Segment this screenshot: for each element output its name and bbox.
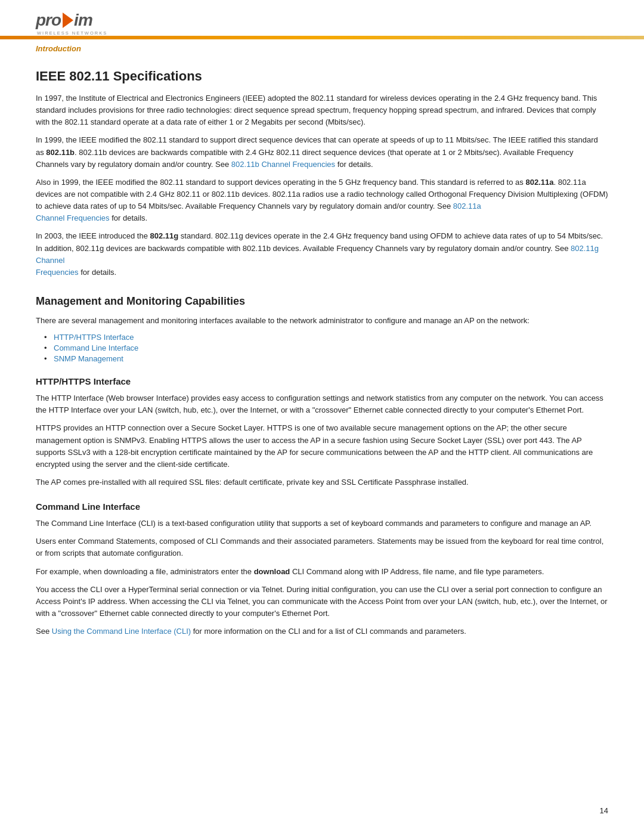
http-paragraph-3: The AP comes pre-installed with all requ… <box>36 476 608 488</box>
link-802-11g-channels[interactable]: 802.11g ChannelFrequencies <box>36 244 599 277</box>
cli-paragraph-2: Users enter Command Statements, composed… <box>36 535 608 559</box>
mgmt-intro: There are several management and monitor… <box>36 315 608 327</box>
logo-text: pr <box>36 11 51 30</box>
ieee-paragraph-4: In 2003, the IEEE introduced the 802.11g… <box>36 230 608 278</box>
logo: pr o im WIRELESS NETWORKS <box>36 11 107 36</box>
main-content: IEEE 802.11 Specifications In 1997, the … <box>0 63 644 667</box>
list-item-cli: Command Line Interface <box>54 343 608 352</box>
list-item-snmp: SNMP Management <box>54 354 608 363</box>
logo-subtitle: WIRELESS NETWORKS <box>37 30 107 36</box>
list-item-http: HTTP/HTTPS Interface <box>54 333 608 342</box>
cli-paragraph-4: You access the CLI over a HyperTerminal … <box>36 584 608 620</box>
mgmt-title: Management and Monitoring Capabilities <box>36 295 608 308</box>
link-cli[interactable]: Command Line Interface <box>54 343 138 352</box>
link-802-11a-channels[interactable]: 802.11aChannel Frequencies <box>36 202 481 222</box>
link-http-interface[interactable]: HTTP/HTTPS Interface <box>54 333 134 342</box>
logo-o-letter: o <box>51 11 61 30</box>
breadcrumb: Introduction <box>0 39 644 63</box>
header: pr o im WIRELESS NETWORKS <box>0 0 644 36</box>
http-paragraph-2: HTTPS provides an HTTP connection over a… <box>36 422 608 470</box>
cli-paragraph-5: See Using the Command Line Interface (CL… <box>36 625 608 637</box>
mgmt-links-list: HTTP/HTTPS Interface Command Line Interf… <box>36 333 608 363</box>
link-snmp[interactable]: SNMP Management <box>54 354 123 363</box>
http-paragraph-1: The HTTP Interface (Web browser Interfac… <box>36 392 608 416</box>
ieee-paragraph-2: In 1999, the IEEE modified the 802.11 st… <box>36 134 608 170</box>
logo-arrow-icon <box>63 13 73 28</box>
ieee-title: IEEE 802.11 Specifications <box>36 69 608 84</box>
link-802-11b-channels[interactable]: 802.11b Channel Frequencies <box>231 160 335 169</box>
cli-paragraph-1: The Command Line Interface (CLI) is a te… <box>36 518 608 529</box>
ieee-paragraph-3: Also in 1999, the IEEE modified the 802.… <box>36 176 608 225</box>
page-container: pr o im WIRELESS NETWORKS Introduction I… <box>0 0 644 833</box>
link-using-cli[interactable]: Using the Command Line Interface (CLI) <box>52 627 191 636</box>
page-number: 14 <box>600 806 608 815</box>
ieee-paragraph-1: In 1997, the Institute of Electrical and… <box>36 92 608 128</box>
cli-paragraph-3: For example, when downloading a file, ad… <box>36 566 608 578</box>
logo-im-text: im <box>74 11 92 30</box>
breadcrumb-text: Introduction <box>36 44 81 53</box>
http-title: HTTP/HTTPS Interface <box>36 376 608 386</box>
cli-title: Command Line Interface <box>36 501 608 512</box>
